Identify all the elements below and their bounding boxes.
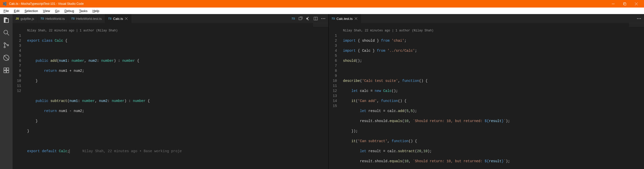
svg-point-8 bbox=[4, 46, 5, 48]
ts-lang-icon: TS bbox=[41, 17, 44, 20]
menu-tasks[interactable]: Tasks bbox=[76, 9, 90, 13]
svg-point-26 bbox=[637, 18, 638, 19]
tab-label: Calc.ts bbox=[113, 17, 123, 21]
svg-rect-15 bbox=[7, 71, 9, 73]
svg-point-9 bbox=[7, 44, 9, 46]
menu-go[interactable]: Go bbox=[53, 9, 62, 13]
code-area-right[interactable]: 123456789101112131415 Nilay Shah, 22 min… bbox=[329, 23, 644, 169]
svg-rect-14 bbox=[4, 71, 6, 73]
more-actions-icon[interactable] bbox=[321, 18, 325, 19]
maximize-button[interactable] bbox=[619, 0, 630, 8]
tab-gulpfile[interactable]: JSgulpfile.js bbox=[13, 14, 37, 23]
tabs-right: TSCalc.test.ts bbox=[329, 14, 644, 23]
close-button[interactable] bbox=[630, 0, 642, 8]
svg-point-21 bbox=[321, 18, 322, 19]
line-numbers: 123456789101112 bbox=[13, 23, 25, 169]
activity-bar bbox=[0, 14, 13, 169]
editor-group-1: JSgulpfile.js TSHelloWorld.ts TSHelloWor… bbox=[13, 14, 328, 169]
svg-point-27 bbox=[639, 18, 639, 19]
svg-rect-12 bbox=[4, 68, 6, 70]
compare-changes-icon[interactable] bbox=[299, 17, 303, 21]
extensions-icon[interactable] bbox=[3, 67, 10, 74]
menu-file[interactable]: File bbox=[1, 9, 11, 13]
menu-view[interactable]: View bbox=[41, 9, 53, 13]
explorer-icon[interactable] bbox=[3, 17, 10, 24]
svg-line-6 bbox=[7, 33, 9, 35]
svg-point-22 bbox=[323, 18, 324, 19]
svg-rect-13 bbox=[7, 68, 9, 70]
debug-icon[interactable] bbox=[3, 54, 10, 61]
tab-calc-test[interactable]: TSCalc.test.ts bbox=[329, 14, 361, 23]
code-content-right[interactable]: Nilay Shah, 22 minutes ago | 1 author (N… bbox=[341, 23, 644, 169]
open-changes-icon[interactable] bbox=[306, 17, 310, 21]
gitlens-blame-annotation: Nilay Shah, 22 minutes ago • Base workin… bbox=[82, 149, 182, 153]
code-content-left[interactable]: Nilay Shah, 22 minutes ago | 1 author (N… bbox=[25, 23, 328, 169]
code-area-left[interactable]: 123456789101112 Nilay Shah, 22 minutes a… bbox=[13, 23, 328, 169]
svg-point-7 bbox=[4, 43, 5, 44]
tab-label: gulpfile.js bbox=[20, 17, 34, 21]
svg-rect-2 bbox=[624, 3, 626, 5]
editor-group-2: TSCalc.test.ts 123456789101112131415 Nil… bbox=[328, 14, 644, 169]
tab-helloworld-test[interactable]: TSHelloWorld.test.ts bbox=[68, 14, 105, 23]
more-actions-icon[interactable] bbox=[637, 18, 641, 19]
main-area: JSgulpfile.js TSHelloWorld.ts TSHelloWor… bbox=[0, 14, 644, 169]
text-cursor bbox=[69, 149, 70, 153]
svg-point-5 bbox=[4, 30, 8, 34]
tab-label: HelloWorld.ts bbox=[46, 17, 65, 21]
tab-label: HelloWorld.test.ts bbox=[76, 17, 102, 21]
search-icon[interactable] bbox=[3, 29, 10, 36]
line-numbers: 123456789101112131415 bbox=[329, 23, 341, 169]
menubar: File Edit Selection View Go Debug Tasks … bbox=[0, 8, 644, 14]
close-icon[interactable] bbox=[354, 17, 358, 20]
window-title: Calc.ts - MochaTypescriptTest-101 - Visu… bbox=[9, 2, 607, 6]
js-lang-icon: JS bbox=[16, 17, 19, 20]
tab-calc[interactable]: TSCalc.ts bbox=[105, 14, 132, 23]
ts-lang-icon: TS bbox=[71, 17, 75, 20]
svg-point-28 bbox=[640, 18, 641, 19]
menu-debug[interactable]: Debug bbox=[62, 9, 76, 13]
tab-helloworld[interactable]: TSHelloWorld.ts bbox=[37, 14, 68, 23]
ts-lang-icon: TS bbox=[332, 17, 335, 20]
ts-lang-icon: TS bbox=[291, 17, 295, 20]
editors-region: JSgulpfile.js TSHelloWorld.ts TSHelloWor… bbox=[13, 14, 644, 169]
ts-lang-icon: TS bbox=[108, 17, 112, 20]
titlebar: Calc.ts - MochaTypescriptTest-101 - Visu… bbox=[0, 0, 644, 8]
tabs-left: JSgulpfile.js TSHelloWorld.ts TSHelloWor… bbox=[13, 14, 328, 23]
svg-line-11 bbox=[4, 55, 9, 60]
minimize-button[interactable] bbox=[607, 0, 619, 8]
close-icon[interactable] bbox=[125, 17, 128, 20]
code-lens[interactable]: Nilay Shah, 22 minutes ago | 1 author (N… bbox=[343, 28, 644, 33]
menu-selection[interactable]: Selection bbox=[22, 9, 40, 13]
tab-actions-right bbox=[634, 14, 644, 23]
tab-actions-left: TS bbox=[288, 14, 328, 23]
menu-edit[interactable]: Edit bbox=[11, 9, 22, 13]
tab-label: Calc.test.ts bbox=[337, 17, 353, 21]
vscode-logo-icon bbox=[2, 1, 7, 6]
code-lens[interactable]: Nilay Shah, 22 minutes ago | 1 author (N… bbox=[27, 28, 328, 33]
svg-point-23 bbox=[324, 18, 325, 19]
source-control-icon[interactable] bbox=[3, 42, 10, 49]
menu-help[interactable]: Help bbox=[90, 9, 102, 13]
window-controls bbox=[607, 0, 642, 8]
svg-rect-18 bbox=[299, 17, 301, 20]
split-editor-icon[interactable] bbox=[314, 17, 318, 21]
